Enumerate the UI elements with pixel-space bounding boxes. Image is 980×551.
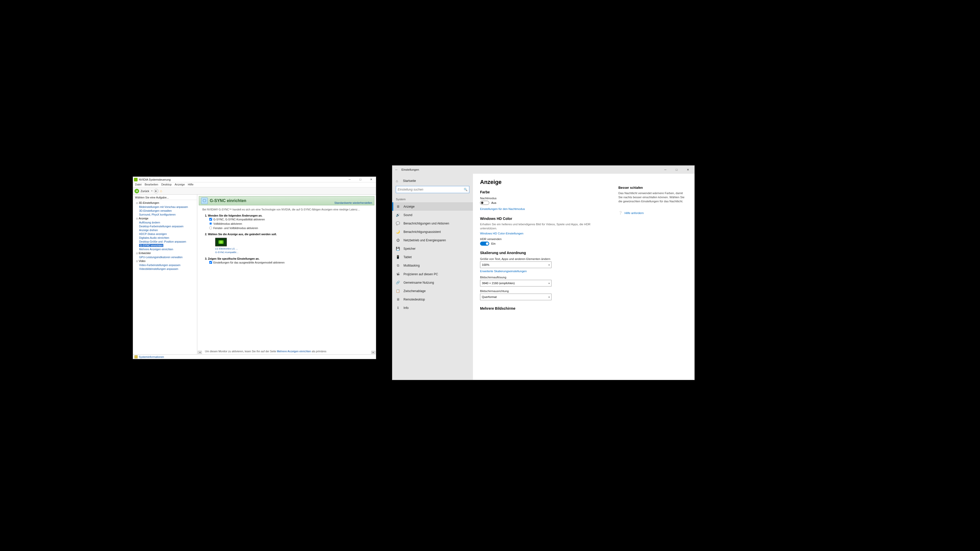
- minimize-button[interactable]: ─: [346, 178, 353, 181]
- sidebar-item-project[interactable]: 📽 Projizieren auf diesen PC: [392, 270, 473, 278]
- tree-item[interactable]: GPU-Leistungsindikatoren verwalten: [139, 256, 183, 259]
- tree-category-video[interactable]: Video: [136, 259, 196, 263]
- display-monitor-icon[interactable]: [215, 238, 227, 246]
- scale-value: 100%: [482, 263, 489, 266]
- menu-help[interactable]: Hilfe: [188, 183, 193, 187]
- orientation-dropdown[interactable]: Querformat ▾: [480, 294, 552, 300]
- get-help-link[interactable]: Hilfe anfordern: [625, 211, 644, 214]
- resolution-label: Bildschirmauflösung: [480, 276, 608, 279]
- minimize-button[interactable]: ─: [660, 166, 671, 173]
- sidebar-item-notifications[interactable]: 💬 Benachrichtigungen und Aktionen: [392, 219, 473, 227]
- gsync-enable-label: G-SYNC, G-SYNC-Kompatibilität aktivieren: [213, 218, 265, 221]
- sidebar-section-label: System: [392, 196, 473, 202]
- chevron-down-icon: ▾: [549, 264, 550, 266]
- menu-display[interactable]: Anzeige: [175, 183, 185, 187]
- hscroll-right-icon[interactable]: ►: [371, 351, 375, 354]
- sidebar-home[interactable]: ⌂ Startseite: [392, 177, 473, 185]
- scale-dropdown[interactable]: 100% ▾: [480, 262, 552, 268]
- close-button[interactable]: ✕: [682, 166, 694, 173]
- back-arrow-icon[interactable]: ←: [395, 168, 398, 171]
- tree-item[interactable]: Auflösung ändern: [139, 221, 160, 224]
- tree-item[interactable]: Digitales Audio einrichten: [139, 236, 169, 239]
- sidebar-item-multitasking[interactable]: ⧉ Multitasking: [392, 261, 473, 270]
- nvidia-window-title: NVIDIA Systemsteuerung: [139, 178, 346, 181]
- tree-item[interactable]: Desktop-Größe und -Position anpassen: [139, 240, 186, 243]
- tree-item-gsync[interactable]: G-SYNC einrichten: [139, 244, 163, 247]
- tree-item[interactable]: 3D-Einstellungen verwalten: [139, 209, 172, 212]
- power-icon: ⏻: [396, 238, 400, 242]
- maximize-button[interactable]: □: [356, 178, 364, 181]
- sidebar-item-remote[interactable]: 🖥 Remotedesktop: [392, 295, 473, 303]
- tree-category-display[interactable]: Anzeige: [136, 217, 196, 221]
- restore-defaults-link[interactable]: Standardwerte wiederherstellen: [334, 201, 372, 204]
- sleep-better-desc: Das Nachtlicht verwendet wärmere Farben,…: [618, 191, 687, 203]
- chevron-down-icon: ▾: [549, 282, 550, 285]
- back-dropdown-icon[interactable]: ▾: [151, 190, 152, 192]
- systeminfo-link[interactable]: Systeminformationen: [139, 355, 164, 359]
- tree-category-3d[interactable]: 3D-Einstellungen: [136, 201, 196, 205]
- menu-desktop[interactable]: Desktop: [161, 183, 172, 187]
- nightmode-settings-link[interactable]: Einstellungen für den Nachtmodus: [480, 207, 525, 210]
- sidebar-item-tablet[interactable]: 📱 Tablet: [392, 253, 473, 261]
- resolution-dropdown[interactable]: 3840 × 2160 (empfohlen) ▾: [480, 280, 552, 286]
- display-name: LG Electronics LG …: [215, 247, 238, 250]
- settings-titlebar[interactable]: ← Einstellungen ─ □ ✕: [392, 165, 694, 174]
- forward-icon[interactable]: ►: [154, 189, 159, 193]
- sidebar-item-storage[interactable]: 💾 Speicher: [392, 245, 473, 253]
- search-input[interactable]: [398, 188, 464, 191]
- tree-item[interactable]: Desktop-Farbeinstellungen anpassen: [139, 225, 183, 228]
- tree-item[interactable]: Video-Farbeinstellungen anpassen: [139, 264, 180, 267]
- nightmode-toggle[interactable]: Aus: [480, 201, 608, 205]
- sidebar-item-focus-assist[interactable]: 🌙 Benachrichtigungsassistent: [392, 227, 473, 236]
- back-icon[interactable]: ◄: [135, 189, 139, 193]
- nvidia-titlebar[interactable]: NVIDIA Systemsteuerung ─ □ ✕: [133, 177, 376, 183]
- nightmode-label: Nachtmodus: [480, 197, 608, 200]
- sidebar-item-power[interactable]: ⏻ Netzbetrieb und Energiesparen: [392, 236, 473, 245]
- panel-footer: Um diesen Monitor zu aktivieren, lesen S…: [205, 350, 326, 353]
- model-settings-checkbox[interactable]: [209, 261, 212, 264]
- sidebar-item-clipboard[interactable]: 📋 Zwischenablage: [392, 287, 473, 295]
- menu-file[interactable]: Datei: [135, 183, 142, 187]
- search-icon: 🔍: [464, 188, 468, 191]
- tree-item[interactable]: HDCP-Status anzeigen: [139, 232, 167, 235]
- color-heading: Farbe: [480, 190, 608, 194]
- windowed-radio[interactable]: [209, 227, 212, 229]
- multi-display-link[interactable]: Mehrere Anzeigen einrichten: [277, 350, 311, 353]
- maximize-button[interactable]: □: [671, 166, 682, 173]
- tree-item[interactable]: Bildeinstellungen mit Vorschau anpassen: [139, 205, 188, 208]
- hdr-label: HDR verwenden: [480, 238, 608, 241]
- close-button[interactable]: ✕: [367, 178, 375, 181]
- tree-item[interactable]: Surround, PhysX konfigurieren: [139, 213, 176, 216]
- storage-icon: 💾: [396, 247, 400, 251]
- sidebar-item-shared[interactable]: 🔗 Gemeinsame Nutzung: [392, 278, 473, 287]
- gsync-header-icon: 🖵: [201, 197, 208, 204]
- notifications-icon: 💬: [396, 221, 400, 225]
- hdcolor-desc: Erhalten Sie ein helleres und lebendiger…: [480, 222, 608, 230]
- hscroll-left-icon[interactable]: ◄: [198, 351, 202, 354]
- info-icon: ℹ: [396, 306, 400, 310]
- sidebar-item-sound[interactable]: 🔊 Sound: [392, 211, 473, 219]
- settings-window-title: Einstellungen: [401, 168, 657, 171]
- orientation-value: Querformat: [482, 295, 496, 299]
- nightmode-state: Aus: [491, 201, 496, 204]
- systeminfo-icon: [135, 355, 138, 359]
- model-settings-label: Einstellungen für das ausgewählte Anzeig…: [213, 261, 285, 264]
- ext-scale-link[interactable]: Erweiterte Skalierungseinstellungen: [480, 270, 527, 273]
- home-icon[interactable]: ⌂: [160, 189, 165, 193]
- sidebar-search[interactable]: 🔍: [396, 186, 469, 193]
- tree-item[interactable]: Videobildeinstellungen anpassen: [139, 267, 178, 270]
- hdr-toggle[interactable]: Ein: [480, 241, 608, 246]
- tree-item[interactable]: Anzeige drehen: [139, 229, 158, 232]
- scale-label: Größe von Text, Apps und anderen Element…: [480, 257, 608, 260]
- windows-settings-window: ← Einstellungen ─ □ ✕ ⌂ Startseite 🔍 Sys…: [392, 165, 695, 380]
- tree-category-developer[interactable]: Entwickler: [136, 251, 196, 256]
- fullscreen-radio[interactable]: [209, 222, 212, 225]
- tree-item[interactable]: Mehrere Anzeigen einrichten: [139, 248, 173, 251]
- tablet-icon: 📱: [396, 255, 400, 259]
- sidebar-item-info[interactable]: ℹ Info: [392, 303, 473, 312]
- back-label: Zurück: [141, 189, 149, 192]
- hdcolor-link[interactable]: Windows HD Color-Einstellungen: [480, 232, 523, 235]
- sidebar-item-display[interactable]: 🖥 Anzeige: [392, 202, 473, 211]
- menu-edit[interactable]: Bearbeiten: [145, 183, 158, 187]
- gsync-enable-checkbox[interactable]: [209, 218, 212, 221]
